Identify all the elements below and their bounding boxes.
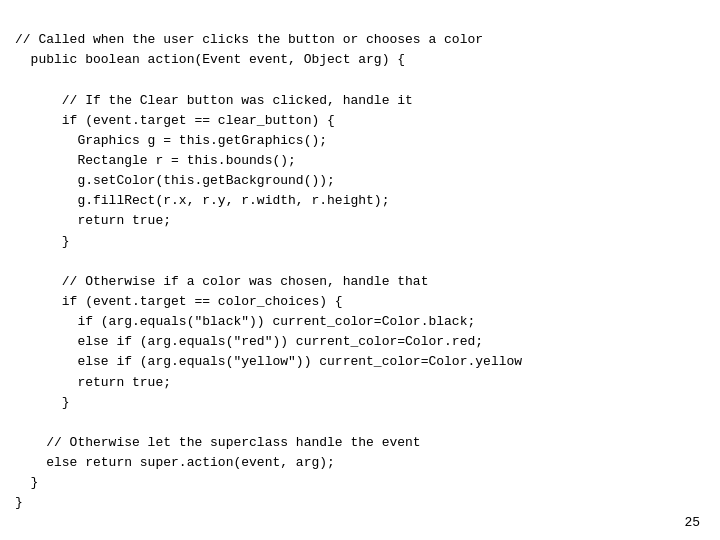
code-line: } (15, 393, 705, 413)
code-line: return true; (15, 373, 705, 393)
code-line: } (15, 493, 705, 513)
code-line: else return super.action(event, arg); (15, 453, 705, 473)
code-line: Rectangle r = this.bounds(); (15, 151, 705, 171)
code-line: } (15, 232, 705, 252)
code-line: g.setColor(this.getBackground()); (15, 171, 705, 191)
code-line: if (event.target == color_choices) { (15, 292, 705, 312)
page-number: 25 (684, 515, 700, 530)
code-line: public boolean action(Event event, Objec… (15, 50, 705, 70)
code-line: return true; (15, 211, 705, 231)
code-line: if (event.target == clear_button) { (15, 111, 705, 131)
code-line: Graphics g = this.getGraphics(); (15, 131, 705, 151)
code-line: g.fillRect(r.x, r.y, r.width, r.height); (15, 191, 705, 211)
code-line: // Otherwise if a color was chosen, hand… (15, 272, 705, 292)
code-line: else if (arg.equals("yellow")) current_c… (15, 352, 705, 372)
code-line: // Otherwise let the superclass handle t… (15, 433, 705, 453)
code-line: // Called when the user clicks the butto… (15, 30, 705, 50)
code-block: // Called when the user clicks the butto… (0, 0, 720, 524)
code-line (15, 413, 705, 433)
code-line: if (arg.equals("black")) current_color=C… (15, 312, 705, 332)
code-line: else if (arg.equals("red")) current_colo… (15, 332, 705, 352)
code-line (15, 70, 705, 90)
code-line: // If the Clear button was clicked, hand… (15, 91, 705, 111)
code-line (15, 252, 705, 272)
code-line: } (15, 473, 705, 493)
